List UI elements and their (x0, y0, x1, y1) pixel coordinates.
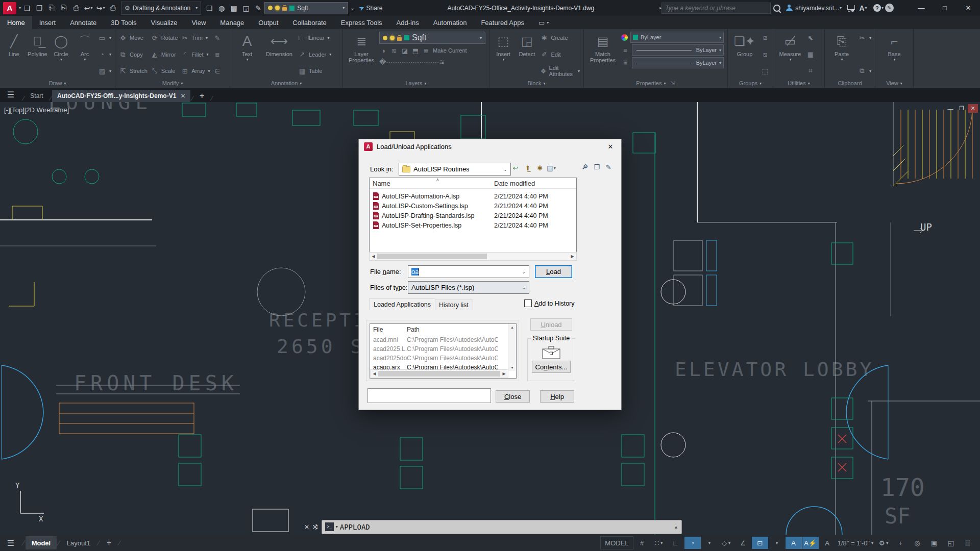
match-properties-button[interactable]: ▤ Match Properties (587, 32, 618, 79)
qat-expand-icon[interactable]: ⌄ (350, 5, 354, 11)
customization-button[interactable]: + (892, 537, 909, 549)
current-scale-button[interactable]: 1/8" = 1'-0"▾ (836, 537, 875, 549)
new-layout-button[interactable]: + (101, 536, 117, 549)
ungroup-icon[interactable]: ⧄ (761, 33, 769, 42)
sheet-icon[interactable]: ❏ (204, 3, 215, 14)
leader-button[interactable]: ↗Leader▾ (298, 50, 331, 59)
model-tab[interactable]: Model (26, 536, 57, 549)
views-panel-icon[interactable]: ❐ (591, 162, 602, 172)
layer-properties-button[interactable]: ≣ Layer Properties (347, 32, 376, 79)
file-list-hscrollbar[interactable]: ◀ ▶ (369, 252, 577, 261)
scroll-left-icon[interactable]: ◀ (371, 370, 378, 378)
panel-label-modify[interactable]: Modify▾ (115, 79, 230, 88)
tab-collaborate[interactable]: Collaborate (285, 16, 334, 29)
linetype-combo[interactable]: ByLayer ▾ (632, 57, 724, 68)
close-dialog-button[interactable]: Close (496, 390, 530, 403)
doc-minimize-icon[interactable]: — (945, 104, 955, 113)
column-path[interactable]: Path (407, 326, 498, 333)
loaded-list-hscrollbar[interactable]: ◀ ▶ (370, 369, 508, 378)
command-input-bar[interactable]: >_ ▾ APPLOAD ▲ (322, 520, 682, 534)
teapot-icon[interactable]: ◍ (216, 3, 227, 14)
panel-label-groups[interactable]: Groups▾ (728, 79, 773, 88)
object-color-combo[interactable]: ByLayer ▾ (630, 32, 724, 43)
layout-menu-icon[interactable]: ☰ (5, 537, 16, 548)
osnap-tracking-button[interactable]: ∠ (735, 537, 751, 549)
new-tab-button[interactable]: + (194, 90, 210, 102)
hatch-tool-icon[interactable]: ▨▾ (98, 66, 111, 76)
contents-button[interactable]: Contents... (532, 361, 571, 373)
fillet-button[interactable]: ◜Fillet▾ (181, 50, 210, 59)
close-button[interactable]: ✕ (957, 0, 980, 16)
measure-button[interactable]: ▭̸Measure▾ (777, 32, 803, 79)
scroll-right-icon[interactable]: ▶ (500, 370, 508, 378)
file-name-input[interactable]: oa ⌄ (408, 265, 529, 278)
quick-select-icon[interactable]: ⬉ (806, 33, 815, 42)
viewport-controls[interactable]: [-][Top][2D Wireframe] (4, 106, 69, 114)
doc-close-icon[interactable]: ✕ (968, 104, 978, 113)
up-one-level-icon[interactable]: ⬆̲ (522, 163, 533, 173)
search-input[interactable] (662, 3, 771, 14)
tab-insert[interactable]: Insert (32, 16, 63, 29)
workspace-combo[interactable]: ⚙ Drafting & Annotation ▾ (121, 2, 201, 15)
autocad-logo[interactable]: A (3, 2, 16, 14)
loaded-row[interactable]: acad.mnlC:\Program Files\Autodesk\AutoCA… (373, 335, 498, 344)
panel-label-view[interactable]: View▾ (875, 79, 913, 88)
linear-button[interactable]: ⊢⊣Linear▾ (298, 33, 331, 42)
line-button[interactable]: ╱Line (4, 32, 24, 79)
offset-icon[interactable]: ∈ (213, 66, 222, 76)
save-icon[interactable]: ⎗ (46, 3, 57, 14)
file-row[interactable]: LSP AutoLISP-Custom-Settings.lsp2/21/202… (373, 201, 548, 211)
isolate-objects-button[interactable]: ◎ (909, 537, 925, 549)
maximize-button[interactable]: □ (933, 0, 957, 16)
ribbon-layer-combo[interactable]: Sqft ▾ (379, 32, 485, 44)
panel-label-draw[interactable]: Draw▾ (0, 79, 115, 88)
object-snap-chevron-icon[interactable]: ▾ (769, 537, 785, 549)
group-select-icon[interactable]: ⬚ (761, 66, 769, 76)
app-store-cart-icon[interactable] (845, 3, 856, 14)
polar-tracking-button[interactable]: ◔ (684, 537, 701, 549)
rectangle-tool-icon[interactable]: ▭▾ (98, 33, 111, 42)
redo-icon[interactable]: ↪▾ (95, 3, 106, 14)
lineweight-combo[interactable]: ByLayer ▾ (632, 44, 724, 56)
scroll-left-icon[interactable]: ◀ (370, 253, 377, 260)
file-row[interactable]: LSP AutoLISP-Set-Properties.lsp2/21/2024… (373, 220, 548, 230)
color-wheel-icon[interactable] (621, 34, 628, 41)
id-point-icon[interactable]: ⌗ (806, 66, 815, 76)
doc-edit-icon[interactable]: ✎ (253, 3, 264, 14)
tab-featured-apps[interactable]: Featured Apps (474, 16, 531, 29)
ribbon-display-toggle-icon[interactable]: ▭▾ (531, 16, 556, 29)
files-of-type-combo[interactable]: AutoLISP Files (*.lsp) ⌄ (408, 281, 529, 294)
autoscale-button[interactable]: A⚡ (802, 537, 819, 549)
cut-icon[interactable]: ✂▾ (858, 33, 871, 42)
scroll-right-icon[interactable]: ▶ (569, 253, 576, 260)
help-button[interactable]: Help (540, 390, 574, 403)
tab-history-list[interactable]: History list (434, 299, 473, 310)
tab-view[interactable]: View (184, 16, 213, 29)
column-name[interactable]: Name (373, 180, 494, 187)
loaded-row[interactable]: acad2025.L...C:\Program Files\Autodesk\A… (373, 344, 498, 354)
scroll-down-icon[interactable]: ▼ (510, 364, 514, 371)
recent-commands-icon[interactable]: ▾ (336, 524, 338, 529)
tab-3d-tools[interactable]: 3D Tools (104, 16, 143, 29)
back-icon[interactable]: ↩ (510, 163, 521, 173)
search-icon[interactable] (771, 3, 782, 14)
rotate-button[interactable]: ⟳Rotate (151, 33, 178, 42)
isometric-drafting-button[interactable]: ◇▾ (718, 537, 734, 549)
loaded-list-vscrollbar[interactable]: ▲ ▼ (508, 324, 516, 371)
qat-layer-combo[interactable]: Sqft ▾ (264, 2, 348, 14)
loaded-row[interactable]: acad2025do...C:\Program Files\Autodesk\A… (373, 354, 498, 363)
mirror-button[interactable]: ◭Mirror (151, 50, 178, 59)
new-folder-icon[interactable]: ✱ (534, 163, 546, 173)
make-current-button[interactable]: ◑≋◪⬒≣ Make Current (379, 46, 485, 55)
polar-tracking-chevron-icon[interactable]: ▾ (701, 537, 718, 549)
close-command-icon[interactable]: ✕ (304, 523, 309, 531)
base-button[interactable]: ⌐Base▾ (881, 32, 908, 79)
table-button[interactable]: ▦Table (298, 66, 331, 76)
file-row[interactable]: LSP AutoLISP-Drafting-Standards.lsp2/21/… (373, 211, 548, 220)
copy-button[interactable]: ⧉Copy (119, 50, 148, 59)
copy-clip-icon[interactable]: ⧉▾ (858, 66, 871, 76)
edit-attributes-button[interactable]: ❖Edit Attributes▾ (541, 66, 580, 76)
plot-icon[interactable]: ⎙ (70, 3, 82, 14)
graphics-performance-button[interactable]: ▣ (926, 537, 942, 549)
annotation-visibility-button[interactable]: A (786, 537, 802, 549)
